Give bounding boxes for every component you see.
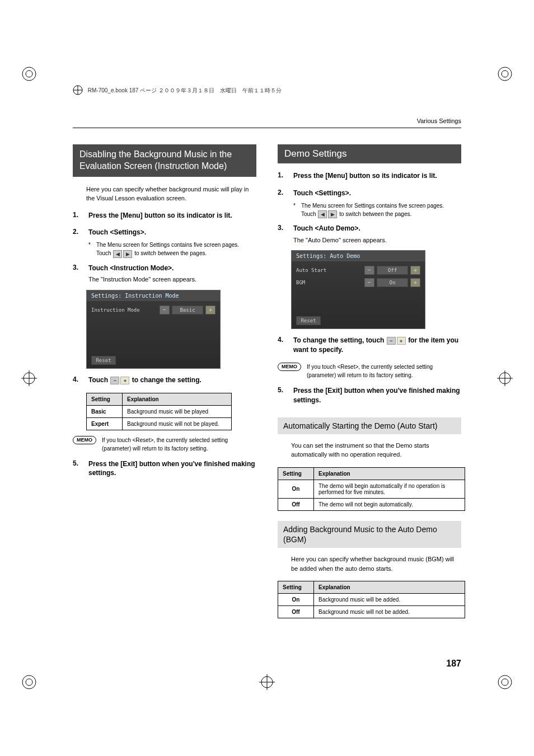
svg-point-4 [22, 675, 36, 689]
table-cell: Background music will not be played. [123, 417, 232, 430]
auto-demo-screenshot: Settings: Auto Demo Auto Start − Off ＋ B… [291, 250, 425, 329]
step-3: 3. Touch <Instruction Mode>. The "Instru… [73, 264, 256, 284]
svg-point-2 [498, 67, 512, 81]
step-title: Press the [Exit] button when you've fini… [293, 386, 461, 405]
step-2: 2. Touch <Settings>. * The Menu screen f… [73, 228, 256, 257]
step-number: 4. [278, 336, 287, 357]
step-title: Touch <Instruction Mode>. [88, 264, 256, 273]
reset-button: Reset [91, 356, 116, 365]
asterisk: * [293, 201, 298, 218]
screenshot-row-value: Basic [172, 306, 203, 314]
step-3: 3. Touch <Auto Demo>. The "Auto Demo" sc… [278, 224, 461, 245]
plus-icon: ＋ [410, 278, 420, 287]
minus-icon: − [387, 337, 396, 345]
table-header: Setting [87, 393, 123, 405]
step-number: 3. [73, 264, 82, 284]
step-number: 2. [73, 228, 82, 257]
auto-start-intro: You can set the instrument so that the D… [291, 441, 461, 459]
instruction-mode-screenshot: Settings: Instruction Mode Instruction M… [86, 290, 221, 369]
minus-icon: − [364, 278, 374, 287]
step-title: Touch <Settings>. [293, 189, 461, 198]
screenshot-row-label: BGM [296, 280, 362, 285]
table-cell: Off [278, 606, 314, 618]
step-5: 5. Press the [Exit] button when you've f… [73, 459, 256, 481]
minus-icon: − [364, 266, 374, 275]
step-title: Touch <Auto Demo>. [293, 224, 461, 233]
svg-point-3 [502, 71, 508, 77]
step-4: 4. To change the setting, touch −＋ for t… [278, 336, 461, 357]
step-number: 1. [73, 211, 82, 223]
memo-text: If you touch <Reset>, the currently sele… [102, 436, 256, 453]
book-icon [73, 85, 83, 96]
step-1: 1. Press the [Menu] button so its indica… [278, 171, 461, 183]
step-4: 4. Touch −＋ to change the setting. [73, 375, 256, 387]
table-cell: On [278, 594, 314, 606]
step-note-text: The Menu screen for Settings contains fi… [96, 241, 239, 249]
auto-start-heading: Automatically Starting the Demo (Auto St… [278, 417, 461, 434]
right-column: Demo Settings 1. Press the [Menu] button… [278, 144, 461, 624]
step-number: 5. [73, 459, 82, 481]
print-mark-icon [21, 674, 37, 690]
table-cell: Background music will not be added. [314, 606, 465, 618]
left-intro: Here you can specify whether background … [86, 185, 256, 203]
print-mark-icon [21, 370, 37, 386]
section-name: Various Settings [417, 118, 461, 124]
svg-point-0 [22, 67, 36, 81]
memo-badge: MEMO [278, 363, 301, 371]
step-title: To change the setting, touch −＋ for the … [293, 336, 461, 355]
instruction-mode-table: SettingExplanation BasicBackground music… [86, 393, 232, 430]
memo: MEMO If you touch <Reset>, the currently… [73, 436, 256, 453]
plus-icon: ＋ [205, 306, 216, 314]
step-title: Press the [Exit] button when you've fini… [88, 459, 256, 478]
step-subtext: The "Auto Demo" screen appears. [293, 236, 461, 245]
plus-icon: ＋ [120, 377, 129, 384]
table-header: Setting [278, 467, 314, 480]
step-5: 5. Press the [Exit] button when you've f… [278, 386, 461, 407]
svg-point-5 [26, 679, 32, 685]
memo-text: If you touch <Reset>, the currently sele… [307, 363, 461, 379]
step-number: 5. [278, 386, 287, 407]
table-header: Explanation [123, 393, 232, 405]
table-cell: The demo will begin automatically if no … [314, 480, 465, 498]
memo-badge: MEMO [73, 436, 96, 444]
plus-icon: ＋ [410, 266, 420, 275]
bgm-table: SettingExplanation OnBackground music wi… [278, 581, 465, 618]
reset-button: Reset [296, 316, 321, 325]
table-cell: Background music will be played [123, 405, 232, 417]
step-title: Touch −＋ to change the setting. [88, 375, 256, 385]
right-banner: Demo Settings [278, 144, 461, 163]
minus-icon: − [160, 306, 170, 314]
table-header: Setting [278, 581, 314, 594]
step-number: 3. [278, 224, 287, 245]
step-note-text: The Menu screen for Settings contains fi… [301, 201, 444, 210]
step-1: 1. Press the [Menu] button so its indica… [73, 211, 256, 223]
table-cell: Basic [87, 405, 123, 417]
print-mark-icon [497, 66, 513, 82]
step-number: 2. [278, 189, 287, 218]
table-cell: Expert [87, 417, 123, 430]
left-arrow-icon: ◀ [113, 250, 122, 258]
step-title: Press the [Menu] button so its indicator… [88, 211, 256, 220]
table-header: Explanation [314, 467, 465, 480]
step-note-text: Touch ◀▶ to switch between the pages. [301, 210, 444, 218]
left-banner: Disabling the Background Music in the Ev… [73, 144, 256, 177]
table-cell: The demo will not begin automatically. [314, 498, 465, 510]
svg-point-7 [502, 679, 508, 685]
step-title: Touch <Settings>. [88, 228, 256, 237]
page-number: 187 [446, 659, 461, 669]
step-number: 1. [278, 171, 287, 183]
screenshot-row-label: Instruction Mode [91, 307, 157, 313]
table-cell: Background music will be added. [314, 594, 465, 606]
print-mark-icon [497, 674, 513, 690]
svg-point-1 [26, 71, 32, 77]
book-header-text: RM-700_e.book 187 ページ ２００９年３月１８日 水曜日 午前１… [88, 87, 282, 93]
table-cell: On [278, 480, 314, 498]
bgm-heading: Adding Background Music to the Auto Demo… [278, 521, 461, 548]
left-column: Disabling the Background Music in the Ev… [73, 144, 256, 624]
auto-start-table: SettingExplanation OnThe demo will begin… [278, 467, 465, 511]
screenshot-title: Settings: Auto Demo [292, 251, 425, 261]
step-note-text: Touch ◀▶ to switch between the pages. [96, 249, 239, 257]
screenshot-row-value: Off [377, 266, 408, 275]
book-header: RM-700_e.book 187 ページ ２００９年３月１８日 水曜日 午前１… [73, 85, 461, 96]
screenshot-title: Settings: Instruction Mode [87, 290, 220, 301]
